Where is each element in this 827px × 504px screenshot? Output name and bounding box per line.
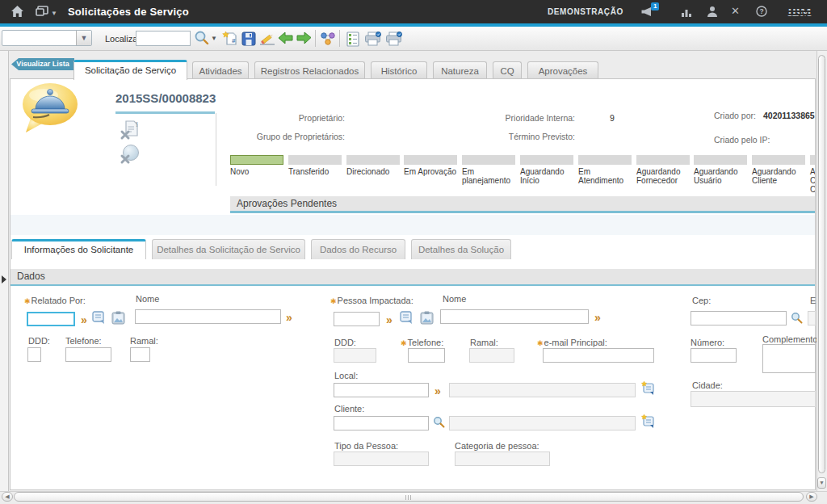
local-detail-chevron[interactable]: » — [434, 385, 441, 397]
tab-natureza[interactable]: Natureza — [433, 61, 487, 79]
header-divider — [216, 113, 216, 186]
scroll-left-button[interactable]: ◀ — [2, 492, 13, 502]
pessoa-impactada-select-value-icon[interactable] — [419, 310, 434, 329]
local-longdesc-icon[interactable] — [640, 380, 655, 399]
required-marker: ✱ — [24, 297, 31, 305]
query-select[interactable]: ▼ — [2, 30, 92, 46]
nome-relatado-chevron[interactable]: » — [286, 312, 292, 323]
cidade-label: Cidade: — [692, 380, 723, 390]
telefone-impactada-input[interactable] — [408, 348, 445, 363]
home-icon[interactable] — [10, 5, 24, 21]
query-select-caret-icon[interactable]: ▼ — [76, 31, 91, 45]
vertical-scrollbar-thumb[interactable] — [818, 55, 825, 473]
numero-label: Número: — [691, 338, 724, 347]
status-stage: Direcionado — [346, 155, 405, 176]
status-stage: Transferido — [288, 155, 346, 176]
print-with-attachments-icon[interactable] — [385, 32, 402, 49]
horizontal-scrollbar-thumb[interactable] — [14, 492, 804, 502]
ramal-impactada-input — [469, 348, 514, 363]
nome-impactada-chevron[interactable]: » — [594, 312, 601, 323]
tab-historico[interactable]: Histórico — [371, 61, 427, 79]
splitter-expand-icon[interactable] — [2, 275, 6, 284]
complemento-label: Complemento: — [762, 334, 821, 344]
tipo-pessoa-input — [334, 452, 429, 466]
relatado-por-detail-menu-icon[interactable] — [91, 310, 107, 329]
goto-apps-icon[interactable] — [36, 6, 48, 20]
cliente-longdesc-icon[interactable] — [640, 414, 655, 432]
view-list-tab[interactable]: Visualizar Lista — [11, 58, 74, 70]
termino-previsto-label: Término Previsto: — [476, 132, 575, 141]
ddd-relatado-input[interactable] — [27, 347, 41, 362]
toolbar-separator — [339, 30, 340, 47]
scrollbar-grip — [405, 495, 413, 500]
required-marker: ✱ — [537, 339, 544, 347]
find-input[interactable] — [136, 31, 191, 46]
tab-aprovacoes[interactable]: Aprovações — [527, 61, 598, 79]
clear-changes-icon[interactable] — [259, 32, 275, 49]
notification-badge: 1 — [651, 2, 659, 10]
ddd-relatado-label: DDD: — [28, 336, 50, 346]
pessoa-impactada-detail-chevron[interactable]: » — [386, 314, 393, 326]
nome-relatado-input[interactable] — [135, 309, 281, 324]
subtab-dados-recurso[interactable]: Dados do Recurso — [311, 239, 405, 259]
cep-input[interactable] — [691, 311, 787, 326]
local-label: Local: — [334, 371, 358, 380]
prioridade-interna-value: 9 — [610, 113, 615, 123]
goto-caret-icon[interactable]: ▼ — [51, 8, 57, 19]
telefone-impactada-label: ✱Telefone: — [401, 338, 443, 347]
local-input[interactable] — [334, 383, 429, 397]
aprovacoes-pendentes-header: Aprovações Pendentes — [230, 196, 815, 213]
criado-pelo-ip-label: Criado pelo IP: — [714, 135, 770, 145]
subtab-informacoes-solicitante[interactable]: Informações do Solicitante — [11, 239, 146, 259]
ramal-relatado-input[interactable] — [130, 347, 150, 362]
ramal-relatado-label: Ramal: — [130, 336, 158, 346]
record-id: 2015SS/00008823 — [115, 91, 216, 105]
telefone-relatado-input[interactable] — [65, 347, 111, 362]
nome-impactada-input[interactable] — [440, 309, 589, 324]
pessoa-impactada-detail-menu-icon[interactable] — [399, 310, 414, 329]
status-stage: Aguardando Cliente — [752, 155, 810, 185]
cliente-input[interactable] — [334, 416, 429, 430]
search-caret-icon[interactable]: ▼ — [211, 35, 217, 42]
svg-text:!: ! — [136, 120, 138, 128]
run-reports-icon[interactable] — [346, 31, 360, 50]
route-workflow-icon[interactable] — [320, 31, 336, 50]
svg-text:?: ? — [759, 7, 763, 15]
chart-icon[interactable] — [681, 6, 692, 21]
subtab-detalhes-solicitacao[interactable]: Detalhes da Solicitação de Servico — [152, 239, 305, 259]
email-principal-input[interactable] — [543, 348, 654, 363]
search-icon[interactable] — [194, 30, 209, 48]
close-icon[interactable]: ✕ — [731, 6, 740, 16]
cep-search-icon[interactable] — [791, 312, 803, 327]
status-stage: Aguardando Confirmação Cliente — [810, 155, 815, 192]
criado-por-label: Criado por: — [714, 111, 756, 120]
save-icon[interactable] — [241, 32, 256, 49]
relatado-por-select-value-icon[interactable] — [111, 310, 126, 329]
tab-cq[interactable]: CQ — [493, 61, 522, 79]
relatado-por-label: ✱Relatado Por: — [24, 296, 86, 305]
help-icon[interactable]: ? — [756, 6, 767, 20]
subtab-detalhes-solucao[interactable]: Detalhes da Solução — [411, 239, 511, 259]
top-navbar: ▼ Solicitações de Serviço DEMONSTRAÇÃO 1… — [0, 0, 827, 23]
tab-atividades[interactable]: Atividades — [192, 61, 249, 79]
scroll-right-button[interactable]: ▶ — [806, 492, 817, 502]
pessoa-impactada-input[interactable] — [334, 312, 380, 326]
next-record-icon[interactable] — [296, 32, 312, 48]
relatado-por-input[interactable] — [27, 312, 75, 326]
tab-solicitacao-de-servico[interactable]: Solicitação de Serviço — [73, 60, 187, 80]
categoria-pessoa-input — [455, 452, 550, 466]
print-icon[interactable] — [364, 32, 381, 49]
relatado-por-detail-chevron[interactable]: » — [81, 314, 87, 326]
complemento-textarea[interactable] — [762, 344, 816, 373]
scroll-down-button[interactable]: ▼ — [817, 477, 826, 489]
status-stage: Aguardando Usuário — [694, 155, 752, 185]
numero-input[interactable] — [691, 348, 737, 363]
previous-record-icon[interactable] — [278, 32, 293, 48]
tab-registros-relacionados[interactable]: Registros Relacionados — [254, 61, 365, 79]
dados-section-header: Dados — [10, 269, 815, 286]
user-icon[interactable] — [707, 6, 718, 20]
cliente-label: Cliente: — [334, 404, 364, 414]
cliente-search-icon[interactable] — [433, 416, 445, 431]
new-record-icon[interactable]: # — [222, 31, 238, 50]
nome-relatado-label: Nome — [136, 294, 159, 304]
